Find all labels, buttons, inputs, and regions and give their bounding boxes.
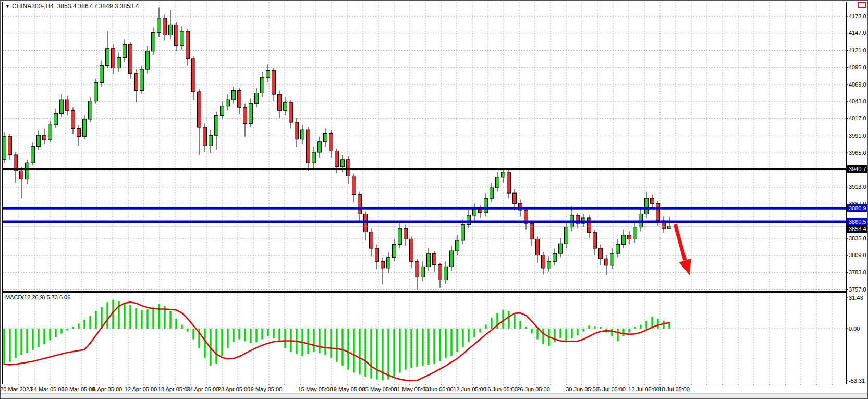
candle-bear [238,90,241,107]
price-tick-label: 4147.0 [849,30,866,37]
candle-bear [192,59,195,92]
candle-bull [553,253,557,261]
time-axis-label: 12 Jun 05:00 [453,386,486,393]
candle-bull [54,114,58,125]
macd-histogram-bar [582,329,584,332]
macd-histogram-bar [3,329,5,365]
candle-bull [610,253,614,265]
macd-histogram-bar [399,329,400,372]
candle-bear [375,248,379,261]
candle-bear [272,71,276,94]
macd-histogram-bar [450,329,452,356]
candle-bear [628,235,631,239]
macd-histogram-bar [192,329,194,340]
symbol-timeframe-label: CHINA300-,H4 [12,3,54,10]
macd-histogram-bar [536,329,538,340]
candle-bull [456,240,459,251]
candle-bear [66,100,69,110]
candle-bear [203,127,207,146]
macd-histogram-bar [60,329,62,333]
candle-bear [243,107,247,123]
candle-bull [226,100,230,106]
candle-bull [565,227,568,244]
candle-bear [295,122,299,139]
candle-bull [106,49,109,66]
symbol-dropdown-icon[interactable]: ▼ [5,4,10,9]
candle-bull [341,160,345,167]
candle-bear [415,261,419,277]
candle-bear [77,129,81,137]
candle-bull [48,125,52,140]
candle-bull [467,215,471,225]
candle-bull [180,31,184,46]
candle-bear [186,31,190,59]
candle-bull [398,228,402,244]
macd-histogram-bar [416,329,418,367]
macd-histogram-bar [525,327,527,329]
macd-histogram-bar [387,329,389,380]
time-axis-label: 30 Jun 05:00 [566,386,599,393]
candle-bear [8,137,12,155]
macd-histogram-bar [485,324,486,329]
macd-histogram-bar [278,329,280,342]
candle-bear [289,102,293,122]
candle-bull [89,101,92,119]
macd-histogram-bar [112,300,114,329]
candle-bear [175,25,178,45]
macd-histogram-bar [261,329,263,340]
candle-bull [83,119,87,137]
price-tick-label: 3757.0 [849,286,866,293]
price-chart-svg[interactable] [1,1,868,399]
macd-histogram-bar [502,310,504,329]
candle-bull [249,104,253,124]
macd-histogram-bar [531,329,532,333]
macd-histogram-bar [330,329,332,358]
price-tick-label: 3965.0 [849,150,866,156]
candle-bull [387,258,390,268]
macd-histogram-bar [341,329,343,366]
ohlc-readout: 3853.4 3867.7 3849.3 3853.4 [57,3,139,10]
candle-bull [232,90,236,100]
candle-bull [645,198,649,214]
price-tick-label: 4173.0 [849,13,866,20]
time-axis-label: 19 May 05:00 [331,386,365,393]
macd-histogram-bar [565,329,567,342]
macd-histogram-bar [221,329,223,356]
macd-histogram-bar [663,321,664,329]
candle-bear [404,228,408,239]
time-axis-label: 25 May 05:00 [362,386,397,393]
macd-histogram-bar [169,311,171,329]
macd-histogram-bar [72,327,74,329]
macd-histogram-bar [462,329,463,347]
candle-bull [152,33,155,51]
candle-bull [140,69,144,90]
macd-histogram-bar [611,329,613,336]
macd-histogram-bar [9,329,10,362]
candle-bear [542,255,545,268]
time-axis-label: 18 Jul 05:00 [658,386,690,393]
candle-bear [112,49,115,68]
macd-histogram-bar [594,326,595,329]
candle-bull [547,261,551,268]
macd-histogram-bar [508,311,509,329]
candle-bull [26,163,29,179]
macd-histogram-bar [577,329,578,335]
macd-histogram-bar [353,329,354,372]
macd-histogram-bar [347,329,349,370]
macd-histogram-bar [129,305,131,329]
price-tick-label: 4121.0 [849,47,866,54]
macd-histogram-bar [66,329,68,331]
time-axis-label: 24 Mar 05:00 [31,386,65,393]
price-tick-label: 3913.0 [849,184,866,190]
candle-bear [410,239,413,261]
macd-histogram-bar [491,318,492,329]
price-badge: 3880.9 [847,204,868,212]
candle-bull [318,142,322,152]
candle-bull [559,244,563,253]
candle-bull [490,188,494,198]
bottom-scrollbar-strip[interactable] [1,393,867,399]
macd-histogram-bar [233,329,234,342]
candle-bear [329,133,333,151]
macd-histogram-bar [622,329,624,336]
macd-histogram-bar [238,329,240,340]
